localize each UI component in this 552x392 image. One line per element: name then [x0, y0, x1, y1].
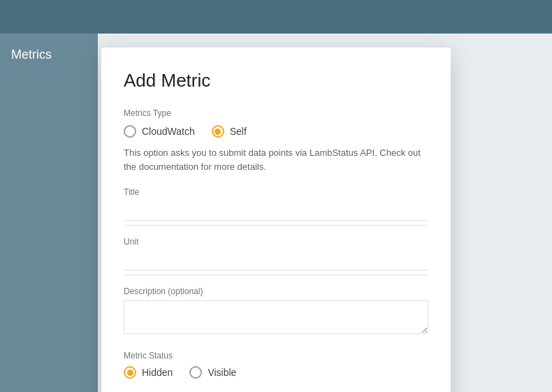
- modal-overlay: Add Metric Metrics Type CloudWatch Self: [0, 34, 552, 392]
- top-bar: [0, 0, 552, 34]
- radio-cloudwatch[interactable]: CloudWatch: [124, 125, 195, 138]
- title-label: Title: [124, 187, 428, 197]
- radio-visible-label: Visible: [208, 367, 236, 378]
- radio-self[interactable]: Self: [212, 125, 247, 138]
- metrics-type-label: Metrics Type: [124, 108, 428, 118]
- radio-hidden[interactable]: Hidden: [124, 366, 173, 379]
- title-field: Title: [124, 187, 428, 226]
- radio-cloudwatch-circle[interactable]: [124, 125, 136, 138]
- description-label: Description (optional): [124, 286, 428, 296]
- radio-cloudwatch-label: CloudWatch: [142, 126, 195, 137]
- radio-visible-circle[interactable]: [189, 366, 202, 379]
- page-wrapper: Metrics Add Metric Metrics Type CloudWat…: [0, 0, 552, 392]
- radio-hidden-circle[interactable]: [124, 366, 136, 379]
- radio-self-circle[interactable]: [212, 125, 224, 138]
- unit-input[interactable]: [124, 251, 428, 270]
- metrics-type-info: This option asks you to submit data poin…: [124, 146, 428, 173]
- unit-field: Unit: [124, 237, 428, 275]
- description-field: Description (optional): [124, 286, 428, 337]
- radio-visible[interactable]: Visible: [189, 366, 236, 379]
- unit-label: Unit: [124, 237, 428, 247]
- metrics-type-radio-group: CloudWatch Self: [124, 125, 428, 138]
- add-metric-modal: Add Metric Metrics Type CloudWatch Self: [101, 48, 451, 392]
- title-divider: [124, 225, 428, 226]
- title-input[interactable]: [124, 201, 428, 221]
- modal-title: Add Metric: [124, 70, 428, 92]
- metric-status-label: Metric Status: [124, 351, 428, 361]
- content-area: Metrics Add Metric Metrics Type CloudWat…: [0, 34, 552, 392]
- metric-status-radio-group: Hidden Visible: [124, 366, 428, 379]
- metrics-type-section: Metrics Type CloudWatch Self This option…: [124, 108, 428, 173]
- description-textarea[interactable]: [124, 300, 428, 334]
- unit-divider: [124, 275, 428, 275]
- radio-hidden-label: Hidden: [142, 367, 173, 378]
- metric-status-section: Metric Status Hidden Visible: [124, 351, 428, 379]
- radio-self-label: Self: [230, 126, 247, 137]
